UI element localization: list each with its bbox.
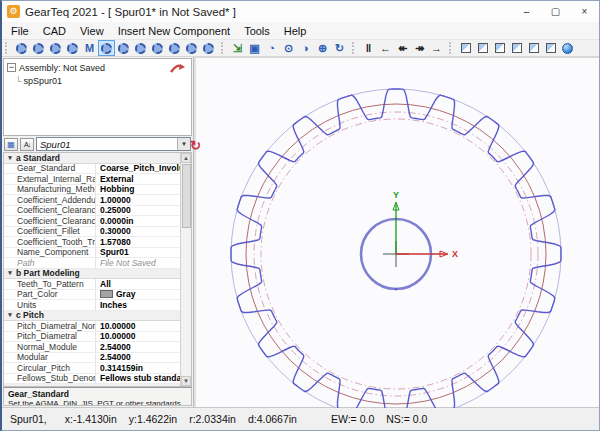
helical-gear-icon[interactable]: [30, 40, 47, 56]
grid-section-row[interactable]: e Gear Geometry Data: [4, 384, 180, 387]
section-collapse-icon[interactable]: [4, 385, 16, 387]
grid-prop-row[interactable]: Fellows_Stub_DenorFellows stub standard: [4, 374, 180, 385]
view-cube-3-icon[interactable]: [491, 40, 508, 56]
prop-value[interactable]: File Not Saved: [96, 258, 180, 268]
step-forward-icon[interactable]: →: [428, 40, 445, 56]
rack-icon[interactable]: M: [81, 40, 98, 56]
tree-item-spur01[interactable]: spSpur01: [4, 74, 191, 87]
component-selector[interactable]: Spur01: [36, 137, 191, 151]
tree-collapse-icon[interactable]: [7, 63, 16, 72]
gear-coupling-icon[interactable]: [183, 40, 200, 56]
grid-prop-row[interactable]: Circular_Pitch0.314159in: [4, 363, 180, 374]
view-cube-6-icon[interactable]: [542, 40, 559, 56]
ring-gear-icon[interactable]: [132, 40, 149, 56]
grid-prop-row[interactable]: UnitsInches: [4, 300, 180, 311]
prop-value[interactable]: 0.25000: [96, 206, 180, 216]
prop-value[interactable]: Coarse_Pitch_Involute_: [96, 164, 180, 174]
tree-item-assembly[interactable]: Assembly: Not Saved: [4, 61, 191, 74]
scroll-thumb[interactable]: [182, 164, 191, 228]
prop-value[interactable]: 0.0000in: [96, 216, 180, 226]
scroll-up-icon[interactable]: [181, 153, 191, 163]
grid-section-row[interactable]: c Pitch: [4, 311, 180, 322]
view-cube-4-icon[interactable]: [508, 40, 525, 56]
prop-value[interactable]: Spur01: [96, 248, 180, 258]
gear-data-icon[interactable]: ⊙: [280, 40, 297, 56]
rotate-view-icon[interactable]: ↻: [331, 40, 348, 56]
gear-assembly-icon[interactable]: [200, 40, 217, 56]
prop-value[interactable]: Hobbing: [96, 185, 180, 195]
close-button[interactable]: ×: [570, 1, 599, 22]
chevron-down-icon[interactable]: [177, 138, 190, 150]
minimize-button[interactable]: –: [512, 1, 541, 22]
title-bar[interactable]: GearTeq 2021 - [ Spur01* in Not Saved* ]…: [2, 1, 599, 22]
section-collapse-icon[interactable]: [4, 311, 16, 319]
view-cube-5-icon[interactable]: [525, 40, 542, 56]
refresh-arrow-icon[interactable]: [169, 62, 186, 75]
drawing-canvas[interactable]: YX: [196, 57, 600, 407]
categorize-button[interactable]: [4, 138, 18, 151]
prop-value[interactable]: 10.00000: [96, 332, 180, 342]
prop-value[interactable]: 2.54000: [96, 353, 180, 363]
bevel-gear-icon[interactable]: [166, 40, 183, 56]
insert-to-cad-icon[interactable]: ⇲: [229, 40, 246, 56]
menu-item-view[interactable]: View: [73, 24, 111, 38]
move-view-icon[interactable]: ⊕: [314, 40, 331, 56]
grid-prop-row[interactable]: Coefficient_Tooth_Tr1.57080: [4, 237, 180, 248]
internal-gear-icon[interactable]: [47, 40, 64, 56]
prop-value[interactable]: 1.57080: [96, 237, 180, 247]
maximize-button[interactable]: ▢: [541, 1, 570, 22]
grid-section-row[interactable]: b Part Modeling: [4, 269, 180, 280]
sort-az-button[interactable]: [20, 138, 34, 151]
grid-section-row[interactable]: a Standard: [4, 153, 180, 164]
grid-prop-row[interactable]: Normal_Module2.54000: [4, 342, 180, 353]
grid-prop-row[interactable]: PathFile Not Saved: [4, 258, 180, 269]
grid-prop-row[interactable]: Coefficient_Addendu1.00000: [4, 195, 180, 206]
planetary-gear-icon[interactable]: [64, 40, 81, 56]
step-back-icon[interactable]: ←: [377, 40, 394, 56]
grid-prop-row[interactable]: Coefficient_Clearanc0.25000: [4, 206, 180, 217]
prop-value[interactable]: 2.54000: [96, 342, 180, 352]
grid-prop-row[interactable]: External_Internal_RaExternal: [4, 174, 180, 185]
section-collapse-icon[interactable]: [4, 269, 16, 277]
prop-value[interactable]: 10.00000: [96, 321, 180, 331]
prop-value[interactable]: Inches: [96, 300, 180, 310]
prop-value[interactable]: 0.314159in: [96, 363, 180, 373]
grid-prop-row[interactable]: Manufacturing_MethoHobbing: [4, 185, 180, 196]
grid-prop-row[interactable]: Name_ComponentSpur01: [4, 248, 180, 259]
grid-prop-row[interactable]: Pitch_Diametral_Norr10.00000: [4, 321, 180, 332]
section-collapse-icon[interactable]: [4, 154, 16, 162]
prop-value[interactable]: All: [96, 279, 180, 289]
shaded-view-icon[interactable]: [559, 40, 576, 56]
rotate-animation-icon[interactable]: ◔: [263, 40, 280, 56]
scroll-down-icon[interactable]: [181, 376, 191, 386]
prop-value[interactable]: Gray: [96, 290, 180, 300]
worm-shaft-icon[interactable]: [149, 40, 166, 56]
menu-item-tools[interactable]: Tools: [237, 24, 277, 38]
fast-back-icon[interactable]: ↞: [394, 40, 411, 56]
menu-item-cad[interactable]: CAD: [36, 24, 73, 38]
spur-gear-pair-icon[interactable]: [13, 40, 30, 56]
menu-item-file[interactable]: File: [4, 24, 36, 38]
menu-item-help[interactable]: Help: [277, 24, 314, 38]
grid-prop-row[interactable]: Gear_StandardCoarse_Pitch_Involute_: [4, 164, 180, 175]
worm-gear-icon[interactable]: [98, 40, 115, 56]
grid-scrollbar[interactable]: [180, 153, 191, 386]
prop-value[interactable]: 0.30000: [96, 227, 180, 237]
prop-value[interactable]: External: [96, 174, 180, 184]
prop-value[interactable]: 1.00000: [96, 195, 180, 205]
cylinder-gear-icon[interactable]: [115, 40, 132, 56]
gear-section-icon[interactable]: ◑: [297, 40, 314, 56]
prop-value[interactable]: Fellows stub standard: [96, 374, 180, 384]
assembly-tree[interactable]: Assembly: Not Saved spSpur01: [3, 58, 192, 136]
grid-prop-row[interactable]: Teeth_To_PatternAll: [4, 279, 180, 290]
pause-icon[interactable]: ‖: [360, 40, 377, 56]
grid-prop-row[interactable]: Coefficient_Fillet0.30000: [4, 227, 180, 238]
grid-prop-row[interactable]: Pitch_Diametral10.00000: [4, 332, 180, 343]
fast-forward-icon[interactable]: ↠: [411, 40, 428, 56]
grid-prop-row[interactable]: Part_ColorGray: [4, 290, 180, 301]
grid-prop-row[interactable]: Modular2.54000: [4, 353, 180, 364]
menu-item-insert-new-component[interactable]: Insert New Component: [111, 24, 238, 38]
grid-prop-row[interactable]: Coefficient_Clearanc0.0000in: [4, 216, 180, 227]
center-distance-icon[interactable]: ▣: [246, 40, 263, 56]
view-cube-2-icon[interactable]: [474, 40, 491, 56]
